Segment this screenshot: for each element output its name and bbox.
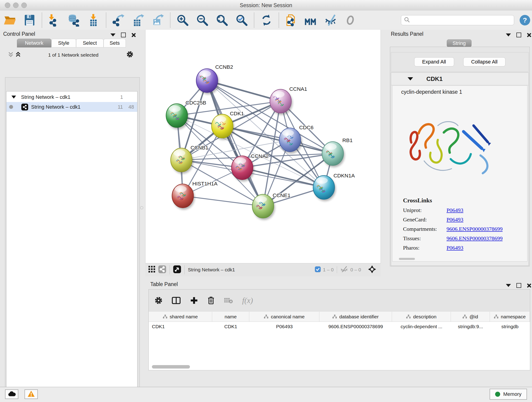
table-panel-menu-icon[interactable] <box>506 284 511 287</box>
expand-all-button[interactable]: Expand All <box>414 57 454 66</box>
edge-count: 48 <box>128 104 134 110</box>
copy-network-icon[interactable] <box>285 13 298 27</box>
crosslink-link[interactable]: P06493 <box>447 245 463 251</box>
zoom-fit-icon[interactable] <box>215 13 229 27</box>
network-row[interactable]: String Network – cdk1 11 48 <box>6 102 137 112</box>
results-panel-close-icon[interactable] <box>527 33 531 37</box>
table-cell: 9606.ENSP00000378699 <box>319 322 392 332</box>
zoom-out-icon[interactable] <box>196 13 209 27</box>
gene-expander-icon[interactable] <box>408 77 413 80</box>
network-canvas[interactable]: CCNB2CCNA1CDC25BCDK1CDC6RB1CCNB1CCNA2CDK… <box>145 30 381 263</box>
network-selection-status: 1 of 1 Network selected <box>27 52 119 58</box>
tab-select[interactable]: Select <box>76 39 104 47</box>
gene-section: CDK1 cyclin-dependent kinase 1 CrossLink… <box>391 72 529 266</box>
tab-network[interactable]: Network <box>17 39 51 47</box>
node-label-CDC25B: CDC25B <box>186 100 206 106</box>
crosslink-label: GeneCard: <box>403 217 447 223</box>
add-column-icon[interactable] <box>190 296 198 305</box>
expand-all-networks-icon[interactable] <box>15 51 21 58</box>
gene-section-header[interactable]: CDK1 <box>391 73 529 85</box>
refresh-icon[interactable] <box>260 13 273 27</box>
search-input[interactable] <box>401 15 514 25</box>
selected-checkbox-icon[interactable] <box>315 266 321 273</box>
column-header-canonical-name[interactable]: canonical name <box>249 312 319 322</box>
zoom-in-icon[interactable] <box>176 13 189 27</box>
export-table-icon[interactable] <box>132 13 145 27</box>
node-label-CCNB2: CCNB2 <box>215 64 233 70</box>
birdseye-view-icon[interactable] <box>173 265 181 274</box>
node-CCNA2 <box>231 156 253 180</box>
delete-column-icon[interactable] <box>207 296 215 305</box>
help-button[interactable]: ? <box>520 15 530 26</box>
results-panel-float-icon[interactable] <box>516 32 521 37</box>
column-header-namespace[interactable]: namespace <box>490 312 530 322</box>
tab-sets[interactable]: Sets <box>104 39 126 47</box>
import-database-icon[interactable] <box>67 13 81 27</box>
crosslink-link[interactable]: P06493 <box>447 207 463 213</box>
import-table-icon[interactable] <box>87 13 100 27</box>
tab-string[interactable]: String <box>447 39 472 47</box>
warning-icon <box>27 390 35 398</box>
function-builder-icon: f(x) <box>242 296 253 305</box>
warnings-button[interactable] <box>25 389 38 399</box>
grid-view-icon[interactable] <box>148 266 155 274</box>
hidden-eye-icon[interactable] <box>340 266 348 274</box>
open-folder-icon[interactable] <box>3 13 17 27</box>
node-CCNE1 <box>252 194 274 218</box>
table-hscrollbar[interactable] <box>152 365 190 369</box>
node-label-CDKN1A: CDKN1A <box>333 172 355 179</box>
collapse-all-networks-icon[interactable] <box>8 51 14 58</box>
collapse-all-button[interactable]: Collapse All <box>463 57 506 66</box>
network-collection-row[interactable]: String Network – cdk1 1 <box>6 92 137 102</box>
export-network-icon[interactable] <box>112 13 125 27</box>
show-columns-icon[interactable] <box>172 297 181 304</box>
export-image-icon[interactable] <box>151 13 165 27</box>
node-table[interactable]: shared namenamecanonical namedatabase id… <box>149 312 530 370</box>
memory-button[interactable]: Memory <box>490 389 527 400</box>
control-panel-tabs: NetworkStyleSelectSets <box>17 39 126 47</box>
first-neighbors-icon[interactable] <box>304 13 317 27</box>
table-panel-close-icon[interactable] <box>527 283 531 288</box>
control-panel-float-icon[interactable] <box>121 32 126 37</box>
column-header-database-identifier[interactable]: database identifier <box>319 312 392 322</box>
save-icon[interactable] <box>23 13 36 27</box>
hide-selected-icon[interactable] <box>324 13 337 27</box>
network-options-gear-icon[interactable] <box>127 51 133 59</box>
table-options-gear-icon[interactable] <box>155 297 162 304</box>
table-row[interactable]: CDK1CDK1P064939606.ENSP00000378699cyclin… <box>149 322 530 332</box>
import-network-icon[interactable] <box>48 13 61 27</box>
control-panel: Control Panel NetworkStyleSelectSets 1 o… <box>0 30 145 387</box>
main-toolbar: ? <box>0 11 532 30</box>
collection-expander-icon[interactable] <box>12 96 16 99</box>
node-label-CDC6: CDC6 <box>299 124 313 130</box>
fit-content-crosshair-icon[interactable] <box>368 265 376 274</box>
crosslinks-list: Uniprot:P06493GeneCard:P06493Compartment… <box>393 204 527 251</box>
left-splitter-handle[interactable] <box>140 206 143 209</box>
crosslink-label: Uniprot: <box>403 207 447 213</box>
control-panel-menu-icon[interactable] <box>110 33 115 36</box>
node-label-HIST1H1A: HIST1H1A <box>192 181 218 186</box>
hidden-count: 0 – 0 <box>350 267 361 273</box>
crosslink-link[interactable]: 9606.ENSP00000378699 <box>447 235 503 242</box>
results-panel-menu-icon[interactable] <box>506 33 511 36</box>
column-header--id[interactable]: @id <box>451 312 490 322</box>
results-hscrollbar[interactable] <box>399 258 415 260</box>
column-header-description[interactable]: description <box>392 312 451 322</box>
tab-style[interactable]: Style <box>51 39 76 47</box>
zoom-selected-icon[interactable] <box>235 13 248 27</box>
node-label-CCNB1: CCNB1 <box>191 145 209 151</box>
show-all-icon[interactable] <box>344 13 357 27</box>
network-view-type-icon[interactable] <box>158 265 166 274</box>
column-header-name[interactable]: name <box>212 312 249 322</box>
crosslink-link[interactable]: 9606.ENSP00000378699 <box>447 226 503 232</box>
table-panel-float-icon[interactable] <box>516 283 521 288</box>
crosslink-label: Pharos: <box>403 245 447 251</box>
cloud-button[interactable] <box>5 389 18 399</box>
crosslink-link[interactable]: P06493 <box>447 217 463 223</box>
edge-CCNB2-CCNE1 <box>207 81 263 206</box>
crosslink-row: Tissues:9606.ENSP00000378699 <box>403 235 527 242</box>
control-panel-close-icon[interactable] <box>131 33 136 37</box>
column-header-shared-name[interactable]: shared name <box>149 312 212 322</box>
node-CDKN1A <box>313 176 335 199</box>
memory-status-dot-icon <box>495 392 500 397</box>
